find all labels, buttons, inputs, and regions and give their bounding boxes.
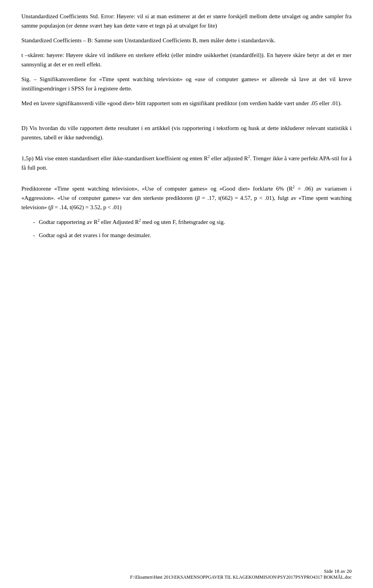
para1-text: Unstandardized Coefficients Std. Error: … [21, 13, 352, 29]
bullet-text-2: Godtar også at det svares i for mange de… [39, 231, 352, 240]
subsection-1-5p: 1,5p) Må vise enten standardisert eller … [21, 154, 352, 172]
paragraph-unstandardized: Unstandardized Coefficients Std. Error: … [21, 12, 352, 30]
bullet-dash-1: - [33, 217, 35, 227]
paragraph-med-en-lavere: Med en lavere signifikansverdi ville «go… [21, 99, 352, 108]
paragraph-standardized: Standardized Coefficients – B: Samme som… [21, 36, 352, 45]
para4-text: Sig. – Signifikansverdiene for «Time spe… [21, 76, 352, 92]
page-number: Side 18 av 20 [130, 568, 352, 574]
beta2-val: = .14, t(662) = 3.52, p < .01) [53, 204, 122, 210]
sup-bullet1-adj: 2 [139, 218, 141, 222]
bullet-dash-2: - [33, 231, 35, 240]
para3-text: t –skåren: høyere: Høyere skåre vil indi… [21, 52, 352, 68]
section-d-paragraph: D) Vis hvordan du ville rapportert dette… [21, 123, 352, 142]
paragraph-main-result: Prediktorene «Time spent watching televi… [21, 184, 352, 212]
bullet-text-1: Godtar rapportering av R2 eller Adjusted… [39, 217, 352, 227]
main-content: Unstandardized Coefficients Std. Error: … [21, 12, 352, 240]
section-d: D) Vis hvordan du ville rapportert dette… [21, 123, 352, 142]
paragraph-t-skaren: t –skåren: høyere: Høyere skåre vil indi… [21, 50, 352, 69]
subsection-text2: eller adjusted R [210, 155, 248, 161]
para5-text: Med en lavere signifikansverdi ville «go… [21, 100, 342, 106]
paragraph-sig: Sig. – Signifikansverdiene for «Time spe… [21, 75, 352, 93]
beta1-symbol: β [197, 195, 199, 201]
bullet-item-1: - Godtar rapportering av R2 eller Adjust… [21, 217, 352, 227]
footer-path: F:\Eksamen\Høst 2013\EKSAMENSOPPGAVER TI… [130, 574, 352, 580]
main-result-text: Prediktorene «Time spent watching televi… [21, 186, 293, 192]
subsection-label: 1,5p) [21, 155, 35, 161]
footer: Side 18 av 20 F:\Eksamen\Høst 2013\EKSAM… [130, 568, 352, 580]
section-d-text: Vis hvordan du ville rapportert dette re… [21, 125, 352, 140]
para2-text: Standardized Coefficients – B: Samme som… [21, 37, 275, 43]
section-d-label: D) [21, 125, 29, 131]
bullet-item-2: - Godtar også at det svares i for mange … [21, 231, 352, 240]
sup-bullet1-r2: 2 [98, 218, 99, 222]
beta2-symbol: β [51, 204, 53, 210]
subsection-text: Må vise enten standardisert eller ikke-s… [35, 155, 208, 161]
